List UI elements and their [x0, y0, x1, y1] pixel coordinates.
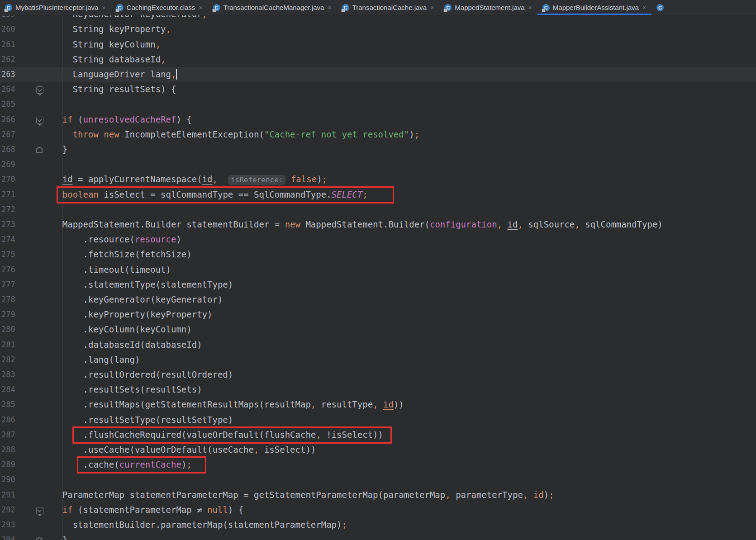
code-token: id — [383, 399, 394, 409]
code-line[interactable]: .fetchSize(fetchSize) — [42, 247, 756, 262]
close-icon[interactable]: × — [642, 4, 647, 11]
code-line[interactable]: ParameterMap statementParameterMap = get… — [42, 488, 756, 502]
line-number: 268 — [1, 142, 23, 157]
code-line[interactable]: String databaseId, — [42, 52, 756, 67]
line-number: 271 — [1, 187, 23, 202]
code-line[interactable]: MappedStatement.Builder statementBuilder… — [42, 217, 756, 232]
code-line[interactable]: .resultSets(resultSets) — [42, 382, 756, 397]
code-token: .databaseId(databaseId) — [42, 340, 202, 350]
code-token: resultType — [316, 399, 373, 409]
text-caret — [176, 69, 177, 80]
code-token: .lang(lang) — [42, 355, 140, 365]
line-number: 270 — [1, 172, 23, 187]
close-icon[interactable]: × — [198, 4, 203, 11]
code-token — [502, 219, 507, 229]
tab-mapperbuilderassistant-java[interactable]: CMapperBuilderAssistant.java× — [537, 0, 651, 15]
close-icon[interactable]: × — [528, 4, 533, 11]
code-line[interactable]: .resource(resource) — [42, 232, 756, 247]
annotation-box — [72, 426, 392, 444]
line-number: 281 — [1, 337, 23, 352]
code-token — [42, 114, 62, 124]
tab-label: CachingExecutor.class — [127, 4, 195, 11]
line-number: 289 — [1, 457, 23, 472]
active-tab-indicator — [537, 14, 651, 15]
code-token: MappedStatement.Builder( — [300, 219, 430, 229]
code-token: MappedStatement.Builder statementBuilder… — [42, 219, 285, 229]
code-line[interactable]: LanguageDriver lang, — [42, 67, 756, 82]
close-icon[interactable]: × — [430, 4, 434, 11]
code-line[interactable]: String resultSets) { — [42, 82, 756, 97]
code-line[interactable]: throw new IncompleteElementException("Ca… — [42, 127, 756, 142]
tab-label: TransactionalCacheManager.java — [223, 4, 324, 11]
code-line[interactable]: .statementType(statementType) — [42, 277, 756, 292]
code-token: .fetchSize(fetchSize) — [42, 249, 192, 259]
code-editor[interactable]: 259 KeyGenerator keyGenerator,260 String… — [0, 0, 756, 540]
code-token: statementBuilder.parameterMap(statementP… — [42, 520, 342, 530]
line-number: 292 — [1, 502, 23, 517]
tab-transactionalcachemanager-java[interactable]: CTransactionalCacheManager.java× — [208, 0, 337, 15]
code-token — [378, 399, 383, 409]
code-token: .keyProperty(keyProperty) — [42, 309, 213, 319]
code-token: )) — [394, 399, 404, 409]
code-token: ) { — [176, 114, 191, 124]
line-number: 293 — [1, 517, 23, 532]
code-token: .resource( — [42, 234, 135, 244]
code-token: .resultSets(resultSets) — [42, 384, 202, 394]
code-line[interactable]: .keyColumn(keyColumn) — [42, 322, 756, 337]
line-number: 275 — [1, 247, 23, 262]
code-token: , — [575, 219, 580, 229]
line-number: 269 — [1, 157, 23, 172]
code-line[interactable]: .resultOrdered(resultOrdered) — [42, 367, 756, 382]
code-line[interactable]: } — [42, 532, 756, 540]
code-line[interactable]: id = applyCurrentNamespace(id, isReferen… — [42, 172, 756, 187]
tab-label: MybatisPlusInterceptor.java — [15, 4, 98, 11]
line-number: 264 — [1, 82, 23, 97]
class-icon: C — [444, 4, 452, 11]
code-line[interactable]: statementBuilder.parameterMap(statementP… — [42, 517, 756, 532]
code-line[interactable]: .lang(lang) — [42, 352, 756, 367]
line-number: 280 — [1, 322, 23, 337]
code-token — [42, 174, 62, 184]
code-line[interactable]: if (unresolvedCacheRef) { — [42, 112, 756, 127]
code-token: false — [291, 174, 317, 184]
code-token: , — [445, 490, 450, 500]
code-token: String keyProperty — [42, 24, 166, 34]
code-line[interactable]: .resultSetType(resultSetType) — [42, 412, 756, 427]
code-token: , — [156, 39, 161, 49]
code-line[interactable]: .timeout(timeout) — [42, 262, 756, 277]
tab-transactionalcache-java[interactable]: CTransactionalCache.java× — [337, 0, 440, 15]
code-token: , — [311, 399, 316, 409]
code-line[interactable]: String keyColumn, — [42, 37, 756, 52]
code-line[interactable]: .resultMaps(getStatementResultMaps(resul… — [42, 397, 756, 412]
code-token: ) — [176, 234, 181, 244]
code-line[interactable]: .useCache(valueOrDefault(useCache, isSel… — [42, 442, 756, 457]
code-token: id — [508, 219, 518, 229]
code-line[interactable]: if (statementParameterMap ≠ null) { — [42, 502, 756, 517]
tab-cachingexecutor-class[interactable]: CCachingExecutor.class× — [111, 0, 208, 15]
code-token: = applyCurrentNamespace( — [73, 174, 202, 184]
line-number: 266 — [1, 112, 23, 127]
tab-mybatisplusinterceptor-java[interactable]: CMybatisPlusInterceptor.java× — [0, 0, 111, 15]
code-token: String resultSets) { — [42, 84, 176, 94]
code-line[interactable]: String keyProperty, — [42, 22, 756, 37]
line-number: 287 — [1, 427, 23, 442]
code-line[interactable]: .databaseId(databaseId) — [42, 337, 756, 352]
class-icon: C — [213, 4, 220, 11]
code-token: , — [373, 399, 378, 409]
code-line[interactable]: .keyProperty(keyProperty) — [42, 307, 756, 322]
code-token: .resultSetType(resultSetType) — [42, 415, 233, 425]
code-token: unresolvedCacheRef — [83, 114, 176, 124]
line-number: 262 — [1, 52, 23, 67]
line-number: 294 — [1, 532, 23, 540]
code-line[interactable]: .keyGenerator(keyGenerator) — [42, 292, 756, 307]
tab-mappedstatement-java[interactable]: CMappedStatement.java× — [439, 0, 537, 15]
close-icon[interactable]: × — [327, 4, 332, 11]
code-token: .useCache(valueOrDefault(useCache — [42, 445, 254, 455]
editor-tab-bar: CMybatisPlusInterceptor.java×CCachingExe… — [0, 0, 756, 15]
tab-partial[interactable]: C — [651, 0, 669, 15]
close-icon[interactable]: × — [101, 4, 106, 11]
code-token: ) — [544, 490, 549, 500]
code-line[interactable]: } — [42, 142, 756, 157]
code-token: ; — [414, 129, 419, 139]
line-number: 260 — [1, 22, 23, 37]
